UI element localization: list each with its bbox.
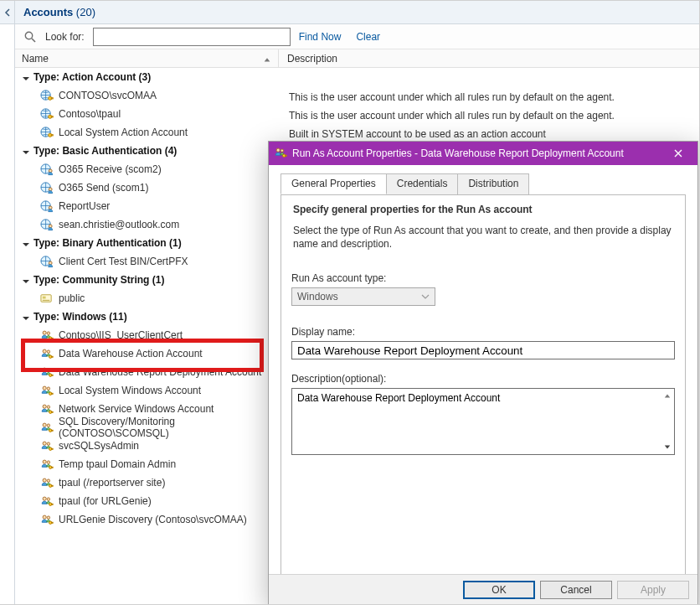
dialog-body: General Properties Credentials Distribut…	[269, 165, 697, 574]
description-label: Description(optional):	[291, 373, 675, 385]
tree-item-label: svcSQLSysAdmin	[59, 440, 139, 452]
disclosure-icon	[22, 239, 30, 247]
tree-group[interactable]: Type: Binary Authentication (1)	[15, 234, 279, 252]
account-type-icon	[40, 458, 54, 471]
account-type-icon	[40, 328, 54, 342]
dialog-title-icon	[274, 146, 287, 162]
account-type-icon	[40, 89, 54, 102]
accounts-tree[interactable]: Type: Action Account (3)CONTOSO\svcOMAAC…	[15, 68, 279, 604]
account-type-icon	[40, 365, 54, 379]
column-header-description[interactable]: Description	[279, 53, 337, 65]
account-type-icon	[40, 126, 54, 139]
tree-item-label: Local System Windows Account	[59, 385, 201, 396]
tree-group-label: Type: Action Account (3)	[33, 71, 151, 83]
disclosure-icon	[22, 147, 30, 155]
columns-header: Name Description	[15, 49, 699, 68]
find-now-link[interactable]: Find Now	[299, 31, 342, 43]
tree-item[interactable]: Contoso\tpaul	[15, 105, 279, 123]
search-icon	[23, 30, 37, 44]
account-type-icon	[40, 513, 54, 526]
tree-item[interactable]: tpaul (for URLGenie)	[15, 492, 279, 510]
account-type-icon	[40, 255, 54, 268]
tab-general-properties[interactable]: General Properties	[281, 173, 387, 194]
tree-item[interactable]: Local System Windows Account	[15, 381, 279, 400]
tree-item[interactable]: Client Cert Test BIN/CertPFX	[15, 252, 279, 271]
tree-item[interactable]: O365 Send (scom1)	[15, 178, 279, 197]
description-row: This is the user account under which all…	[289, 88, 699, 106]
displayname-input[interactable]	[291, 341, 675, 359]
column-header-name[interactable]: Name	[15, 49, 279, 67]
account-type-icon	[40, 163, 54, 176]
tree-item[interactable]: URLGenie Discovery (Contoso\svcOMAA)	[15, 510, 279, 529]
tree-group-label: Type: Basic Authentication (4)	[33, 145, 177, 157]
column-header-description-label: Description	[287, 53, 337, 65]
tree-group[interactable]: Type: Windows (11)	[15, 308, 279, 326]
account-type-icon	[40, 421, 54, 434]
cancel-button[interactable]: Cancel	[540, 581, 612, 599]
tree-group-label: Type: Windows (11)	[33, 311, 127, 323]
dialog-title-bar[interactable]: Run As Account Properties - Data Warehou…	[269, 142, 697, 165]
tree-group[interactable]: Type: Action Account (3)	[15, 68, 279, 86]
tab-credentials[interactable]: Credentials	[386, 173, 459, 194]
displayname-label: Display name:	[291, 326, 675, 338]
scrollbar-down-icon[interactable]	[661, 441, 673, 452]
tree-item[interactable]: O365 Receive (scom2)	[15, 160, 279, 178]
account-type-icon	[40, 384, 54, 397]
apply-button: Apply	[617, 581, 689, 599]
tree-item[interactable]: SQL Discovery/Monitoring (CONTOSO\SCOMSQ…	[15, 418, 279, 437]
tree-item-label: Contoso\tpaul	[59, 108, 121, 120]
tree-group-label: Type: Binary Authentication (1)	[33, 237, 182, 249]
tab-distribution[interactable]: Distribution	[457, 173, 529, 194]
tree-item[interactable]: Temp tpaul Domain Admin	[15, 455, 279, 473]
tree-item-label: Network Service Windows Account	[59, 403, 214, 415]
tree-item[interactable]: Data Warehouse Report Deployment Account	[15, 363, 279, 381]
search-input[interactable]	[93, 28, 291, 46]
tree-item[interactable]: Local System Action Account	[15, 123, 279, 142]
tree-item-label: Contoso\IIS_UserClientCert	[59, 329, 183, 341]
description-textarea[interactable]	[291, 388, 675, 455]
tree-group-label: Type: Community String (1)	[33, 274, 164, 286]
chevron-down-icon	[421, 294, 430, 299]
tree-item-label: sean.christie@outlook.com	[59, 219, 179, 230]
account-type-label: Run As account type:	[291, 272, 675, 284]
chevron-left-icon	[4, 8, 11, 17]
account-type-icon	[40, 181, 54, 194]
dialog-tabs: General Properties Credentials Distribut…	[269, 165, 697, 194]
account-type-icon	[40, 347, 54, 360]
account-type-icon	[40, 218, 54, 231]
tree-item-label: O365 Send (scom1)	[59, 182, 148, 194]
tree-item[interactable]: sean.christie@outlook.com	[15, 215, 279, 234]
scrollbar-up-icon[interactable]	[661, 390, 673, 401]
tree-group[interactable]: Type: Basic Authentication (4)	[15, 142, 279, 160]
account-type-icon	[40, 107, 54, 121]
tree-item[interactable]: tpaul (/reportserver site)	[15, 473, 279, 492]
tree-item-label: tpaul (/reportserver site)	[59, 477, 165, 489]
clear-link[interactable]: Clear	[356, 31, 380, 43]
description-row: This is the user account under which all…	[289, 106, 699, 125]
tree-item-label: Client Cert Test BIN/CertPFX	[59, 256, 188, 267]
tree-item[interactable]: ReportUser	[15, 197, 279, 215]
tree-item-label: Temp tpaul Domain Admin	[59, 458, 176, 470]
help-text: Select the type of Run As account that y…	[293, 224, 673, 251]
disclosure-icon	[22, 313, 30, 321]
ok-button[interactable]: OK	[463, 581, 535, 599]
tree-item-label: CONTOSO\svcOMAA	[59, 90, 157, 101]
tree-item-label: Data Warehouse Action Account	[59, 348, 203, 359]
disclosure-icon	[22, 276, 30, 284]
column-header-name-label: Name	[22, 53, 49, 65]
account-type-value: Windows	[297, 291, 338, 302]
page-title-bar: Accounts (20)	[15, 1, 699, 24]
tree-item[interactable]: Contoso\IIS_UserClientCert	[15, 326, 279, 344]
tree-group[interactable]: Type: Community String (1)	[15, 271, 279, 289]
tree-item[interactable]: public	[15, 289, 279, 308]
account-type-icon	[40, 199, 54, 213]
disclosure-icon	[22, 73, 30, 81]
tree-item-label: URLGenie Discovery (Contoso\svcOMAA)	[59, 514, 247, 525]
tree-item[interactable]: CONTOSO\svcOMAA	[15, 86, 279, 105]
tree-item[interactable]: svcSQLSysAdmin	[15, 437, 279, 455]
account-type-icon	[40, 476, 54, 489]
tree-item[interactable]: Data Warehouse Action Account	[15, 344, 279, 363]
back-button[interactable]	[0, 1, 15, 24]
dialog-close-button[interactable]	[664, 145, 692, 162]
sort-asc-icon	[263, 54, 271, 66]
